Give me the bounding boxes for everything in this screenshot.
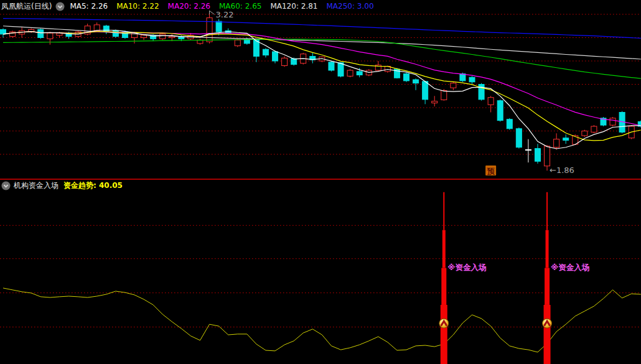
indicator-value-label: 资金趋势: 40.05 — [63, 181, 123, 190]
candle-down — [423, 82, 428, 100]
candle-down — [263, 49, 268, 55]
app-window: 3.22←1.86预※资金入场※资金入场 凤凰航运(日线) MA5: 2.26 … — [0, 0, 641, 364]
main-chart-header: 凤凰航运(日线) MA5: 2.26 MA10: 2.22 MA20: 2.26… — [1, 1, 383, 11]
candle-up — [141, 35, 147, 38]
candle-up — [94, 25, 100, 30]
candle-up — [582, 131, 587, 136]
candle-down — [516, 129, 522, 147]
candle-up — [47, 33, 53, 39]
candle-up — [554, 139, 559, 147]
ma20-line — [3, 32, 641, 126]
candle-up — [545, 146, 550, 166]
candles — [1, 12, 641, 170]
ma10-label: MA10: 2.22 — [116, 2, 159, 11]
fund-indicator-chart: ※资金入场※资金入场 — [0, 192, 641, 364]
candle-up — [347, 70, 353, 76]
candle-up — [169, 37, 175, 38]
candle-up — [488, 98, 494, 105]
signal-label: ※资金入场 — [447, 263, 486, 272]
candle-up — [235, 40, 240, 45]
main-price-chart: 3.22←1.86预 — [0, 10, 641, 175]
candle-up — [610, 118, 615, 125]
indicator-value-name: 资金趋势: — [63, 181, 96, 190]
candle-down — [404, 74, 409, 81]
candle-down — [469, 77, 475, 82]
candle-down — [1, 29, 6, 34]
signal-bar-segment — [545, 268, 550, 305]
candle-up — [282, 58, 288, 65]
ma20-label: MA20: 2.26 — [168, 2, 210, 11]
fund-entry-signal: ※资金入场 — [439, 192, 487, 364]
signal-bar-segment — [441, 305, 447, 364]
candle-down — [103, 26, 109, 32]
high-annotation-label: 3.22 — [216, 10, 234, 19]
ma10-line — [3, 32, 641, 141]
candle-down — [563, 138, 569, 141]
candle-doji — [525, 150, 531, 151]
ma120-label: MA120: 2.81 — [270, 2, 317, 11]
stock-title: 凤凰航运(日线) — [1, 2, 52, 11]
ma250-label: MA250: 3.00 — [326, 2, 373, 11]
low-annotation-label: ←1.86 — [550, 166, 574, 175]
candle-down — [497, 101, 503, 121]
candle-down — [479, 85, 484, 100]
signal-bar-segment — [546, 192, 548, 230]
sub-chart-header: 机构资金入场 资金趋势: 40.05 — [1, 180, 123, 190]
high-annotation-arrow — [210, 11, 215, 14]
candle-down — [507, 119, 512, 129]
alert-flag-text: 预 — [487, 167, 495, 175]
candle-down — [413, 80, 419, 83]
signal-bar-segment — [546, 230, 549, 268]
candle-down — [338, 63, 344, 77]
indicator-value: 40.05 — [99, 181, 123, 190]
candle-down — [38, 29, 44, 37]
candle-down — [216, 21, 222, 32]
indicator-title: 机构资金入场 — [14, 181, 58, 190]
candle-up — [160, 34, 166, 39]
ma5-label: MA5: 2.26 — [70, 2, 108, 11]
signal-bar-segment — [443, 192, 444, 230]
candle-down — [535, 149, 540, 162]
fund-entry-signal: ※资金入场 — [543, 192, 590, 364]
candle-up — [591, 126, 597, 132]
candle-down — [253, 40, 259, 56]
signal-bar-segment — [441, 268, 446, 305]
signal-label: ※资金入场 — [551, 263, 589, 272]
candle-up — [432, 101, 437, 103]
collapse-sub-chart-icon[interactable] — [1, 181, 11, 190]
signal-bar-segment — [544, 305, 551, 364]
signal-bar-segment — [442, 230, 446, 268]
candle-down — [357, 72, 362, 75]
candle-up — [451, 83, 456, 88]
candle-up — [85, 26, 90, 34]
candle-down — [291, 58, 297, 64]
candle-down — [329, 62, 334, 70]
candle-down — [460, 74, 466, 81]
candle-up — [441, 90, 447, 100]
ma60-label: MA60: 2.65 — [219, 2, 261, 11]
candle-down — [113, 30, 118, 36]
collapse-main-chart-icon[interactable] — [55, 2, 65, 11]
candle-down — [273, 52, 278, 61]
